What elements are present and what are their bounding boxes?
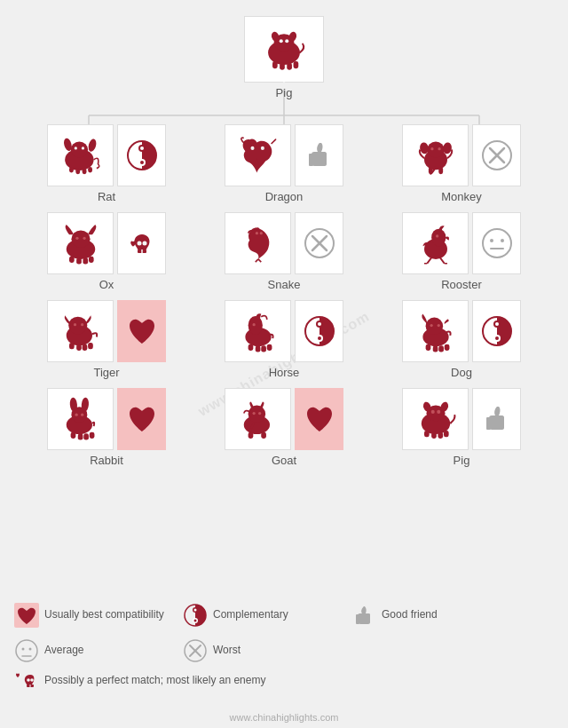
svg-rect-39 xyxy=(428,167,432,174)
svg-rect-13 xyxy=(287,62,292,69)
svg-rect-22 xyxy=(75,169,80,175)
svg-rect-123 xyxy=(424,431,430,437)
svg-rect-12 xyxy=(280,62,285,69)
svg-rect-95 xyxy=(444,344,449,351)
svg-rect-93 xyxy=(432,345,438,352)
svg-point-7 xyxy=(280,39,283,43)
horse-icon xyxy=(235,308,281,354)
snake-icon-box xyxy=(225,212,291,274)
best-icon-rabbit xyxy=(124,401,160,437)
legend-skull: Possibly a perfect match; most likely an… xyxy=(13,668,265,694)
horse-icon-box xyxy=(225,300,291,362)
svg-point-57 xyxy=(259,232,262,234)
rat-icon-box xyxy=(47,124,114,186)
legend-average-icon xyxy=(13,637,40,664)
ox-compat-box xyxy=(117,212,166,274)
grid-row-2: Ox xyxy=(18,212,550,291)
rabbit-icon xyxy=(58,396,104,442)
worst-icon-snake xyxy=(302,226,337,261)
tiger-compat-box xyxy=(117,300,166,362)
svg-rect-110 xyxy=(89,432,94,439)
ox-icon xyxy=(58,220,104,266)
svg-rect-11 xyxy=(272,61,278,68)
svg-rect-79 xyxy=(248,344,253,351)
complementary-icon-dog xyxy=(479,313,515,349)
dragon-label: Dragon xyxy=(265,190,304,203)
dog-label: Dog xyxy=(451,366,472,379)
snake-icon xyxy=(235,220,281,266)
svg-rect-108 xyxy=(77,433,83,439)
legend-worst-text: Worst xyxy=(213,644,241,658)
pair-pig: Pig xyxy=(382,388,541,467)
dragon-icon xyxy=(235,132,281,178)
svg-rect-24 xyxy=(88,167,92,173)
ox-icon-box xyxy=(47,212,114,274)
legend-best-icon xyxy=(13,602,40,629)
rooster-icon xyxy=(413,220,459,266)
grid-row-1: Rat xyxy=(18,124,550,203)
pair-tiger: Tiger xyxy=(27,300,186,379)
svg-rect-134 xyxy=(356,614,359,624)
legend-row-1: Usually best compatibility Complementary xyxy=(13,602,555,632)
snake-compat-box xyxy=(295,212,343,274)
svg-rect-115 xyxy=(248,432,253,439)
monkey-icon-box xyxy=(402,124,469,186)
pair-rat: Rat xyxy=(27,124,186,203)
svg-rect-14 xyxy=(294,61,299,68)
svg-rect-125 xyxy=(438,432,443,439)
legend-average: Average xyxy=(13,637,182,664)
svg-point-143 xyxy=(27,678,30,682)
grid-row-4: Rabbit xyxy=(18,388,550,467)
rabbit-label: Rabbit xyxy=(90,454,123,467)
svg-point-17 xyxy=(87,138,98,153)
svg-point-106 xyxy=(81,414,83,416)
svg-rect-94 xyxy=(438,345,444,352)
dog-icon xyxy=(413,308,459,354)
svg-rect-49 xyxy=(76,257,82,264)
pig-icon xyxy=(413,396,459,442)
ox-label: Ox xyxy=(99,278,114,291)
horse-compat-box xyxy=(295,300,343,362)
svg-point-56 xyxy=(255,232,257,234)
top-animal-pig: Pig xyxy=(244,16,324,99)
rat-icon xyxy=(58,132,104,178)
monkey-icon xyxy=(413,132,459,178)
top-pig-icon-box xyxy=(244,16,324,83)
best-icon-goat xyxy=(302,401,337,437)
svg-point-89 xyxy=(425,318,443,336)
website-label: www.chinahighlights.com xyxy=(230,712,339,723)
goat-icon-box xyxy=(225,388,291,450)
svg-point-30 xyxy=(250,146,254,150)
svg-point-53 xyxy=(137,241,141,246)
dragon-compat-box xyxy=(295,124,343,186)
good-friend-icon-pig xyxy=(479,401,515,437)
animal-grid: Rat xyxy=(18,124,550,476)
tiger-label: Tiger xyxy=(93,366,119,379)
rabbit-icon-box xyxy=(47,388,114,450)
svg-point-28 xyxy=(140,146,144,150)
legend-skull-text: Possibly a perfect match; most likely an… xyxy=(44,674,265,688)
pig-icon-top xyxy=(261,27,307,73)
svg-point-54 xyxy=(142,241,146,246)
legend-skull-icon xyxy=(13,668,40,694)
rooster-compat-box xyxy=(472,212,521,274)
svg-rect-92 xyxy=(425,344,430,351)
tiger-icon-box xyxy=(47,300,114,362)
svg-rect-32 xyxy=(309,154,313,166)
svg-rect-82 xyxy=(266,344,272,351)
svg-point-34 xyxy=(427,142,445,158)
monkey-compat-box xyxy=(472,124,521,186)
svg-point-45 xyxy=(71,230,90,248)
svg-rect-40 xyxy=(438,167,443,174)
complementary-icon-horse xyxy=(302,313,337,349)
svg-rect-127 xyxy=(486,417,491,430)
monkey-label: Monkey xyxy=(441,190,482,203)
top-pig-label: Pig xyxy=(276,86,293,99)
skull-icon-ox xyxy=(124,226,160,261)
goat-compat-box xyxy=(295,388,343,450)
svg-point-87 xyxy=(318,336,321,340)
average-icon-rooster xyxy=(479,226,515,261)
svg-rect-81 xyxy=(261,345,266,352)
svg-rect-124 xyxy=(431,432,437,439)
svg-point-77 xyxy=(248,316,262,335)
